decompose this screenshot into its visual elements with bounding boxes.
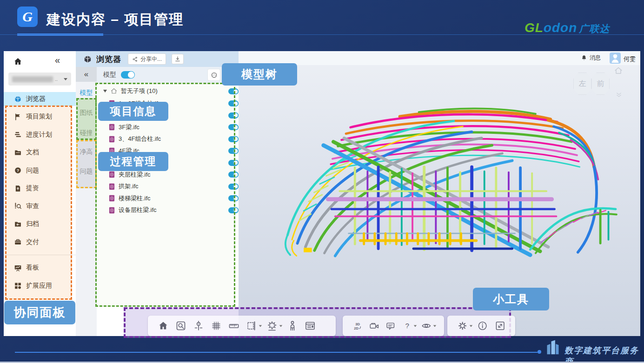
roam-icon[interactable]: [287, 320, 298, 331]
messages-label: 消息: [590, 54, 601, 62]
cube-icon: [83, 55, 92, 64]
brand-latin-blue: odon: [544, 20, 577, 35]
chevron-down-icon: [64, 78, 67, 80]
svg-text:3D: 3D: [355, 322, 360, 326]
svg-text:?: ?: [405, 322, 409, 330]
dimension-toggle-icon[interactable]: 3D2D: [352, 320, 363, 331]
masked-project-name: [12, 76, 53, 82]
download-button[interactable]: [172, 54, 184, 64]
caret-down-icon[interactable]: [279, 325, 282, 327]
caret-down-icon[interactable]: [414, 325, 417, 327]
footer-accent-dot: [538, 350, 541, 354]
settings-icon[interactable]: [457, 320, 468, 331]
page-title: 建设内容 – 项目管理: [46, 10, 184, 29]
overlay-process-tabs: [76, 140, 97, 188]
view-icon[interactable]: [421, 320, 432, 331]
sharing-button[interactable]: 分享中...: [128, 53, 166, 65]
sidebar-item-browser[interactable]: 浏览器: [4, 92, 76, 106]
measure-icon[interactable]: [228, 320, 239, 331]
bim-model-3d-view[interactable]: [256, 100, 624, 262]
view-cube-face-front[interactable]: 前: [591, 73, 610, 95]
model-tree-header: 模型: [97, 67, 239, 83]
home-icon[interactable]: [13, 57, 23, 66]
model-visibility-toggle[interactable]: [121, 71, 135, 79]
callout-model-tree: 模型树: [222, 63, 297, 86]
share-icon: [132, 56, 138, 62]
project-selector-dropdown[interactable]: ..: [8, 73, 71, 86]
toolbar-group-3: [447, 316, 515, 336]
brand-cn: 广联达: [579, 23, 610, 34]
download-icon: [174, 56, 181, 62]
app-root: G 建设内容 – 项目管理 GLodon广联达 « .. 浏览器 项目策划进度计…: [0, 0, 644, 363]
fullscreen-icon[interactable]: [495, 320, 505, 331]
viewer-topbar: [239, 51, 640, 65]
model-viewer: 消息 何雯 左 前: [239, 51, 640, 336]
sharing-button-label: 分享中...: [140, 55, 162, 63]
masked-ellipsis: ..: [55, 76, 64, 82]
grid-icon[interactable]: [211, 320, 222, 331]
brand-latin-green: GL: [524, 20, 544, 35]
sidebar-collapse-icon[interactable]: «: [55, 55, 60, 66]
person-icon: [610, 53, 621, 64]
caret-down-icon[interactable]: [433, 325, 436, 327]
overlay-project-info-tabs: [76, 98, 97, 140]
cube-icon: [14, 95, 22, 103]
section-icon[interactable]: [246, 320, 257, 331]
building-icon: [545, 339, 561, 356]
color-settings-button[interactable]: [208, 69, 220, 80]
viewer-home-icon[interactable]: [613, 66, 624, 75]
help-icon[interactable]: ?: [402, 320, 412, 331]
model-toggle-label: 模型: [103, 71, 116, 79]
info-icon[interactable]: [477, 320, 488, 331]
sidebar-item-label: 浏览器: [26, 95, 46, 103]
panel-collapse-button[interactable]: «: [76, 67, 97, 82]
bell-icon: [581, 54, 587, 61]
callout-process-management: 过程管理: [98, 152, 168, 171]
messages-button[interactable]: 消息: [581, 54, 601, 62]
overlay-collaboration-region: [5, 106, 72, 300]
toolbar-group-1: [148, 316, 336, 336]
locate-icon[interactable]: [193, 320, 204, 331]
view-cube-face-left[interactable]: 左: [573, 73, 591, 95]
tab-model[interactable]: 模型: [76, 86, 97, 99]
caret-down-icon[interactable]: [470, 325, 472, 327]
user-name[interactable]: 何雯: [624, 55, 636, 63]
footer-accent-line: [15, 352, 538, 353]
panel-title: 浏览器: [96, 54, 121, 65]
user-avatar[interactable]: [610, 53, 621, 64]
callout-tools: 小工具: [473, 288, 549, 310]
palette-icon: [211, 72, 218, 79]
footer-slogan: 数字建筑平台服务商: [564, 345, 644, 363]
zoom-select-icon[interactable]: [175, 320, 186, 331]
chevron-double-down-icon[interactable]: [615, 92, 623, 98]
toolbar-group-2: 3D2D?: [343, 316, 444, 336]
home-icon[interactable]: [158, 320, 169, 331]
svg-text:2D: 2D: [354, 326, 359, 330]
view-cube[interactable]: 左 前: [573, 73, 610, 95]
comment-icon[interactable]: [385, 320, 396, 331]
video-icon[interactable]: [369, 320, 379, 331]
callout-project-info: 项目信息: [98, 102, 168, 121]
glodon-brand-logo: GLodon广联达: [524, 20, 610, 35]
app-logo: G: [17, 7, 38, 27]
explode-icon[interactable]: [266, 320, 278, 331]
properties-icon[interactable]: [305, 320, 316, 331]
browser-panel-header: 浏览器 分享中...: [76, 51, 239, 67]
caret-down-icon[interactable]: [259, 325, 262, 327]
callout-collaboration-panel: 协同面板: [4, 301, 75, 324]
